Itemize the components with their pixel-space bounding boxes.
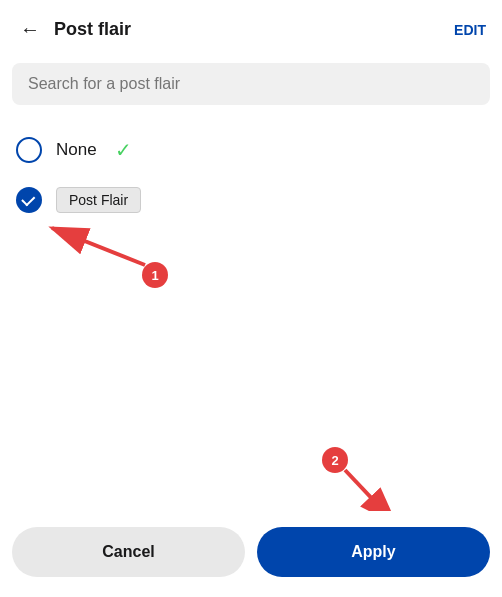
list-item[interactable]: Post Flair: [16, 175, 486, 225]
list-item[interactable]: None ✓: [16, 125, 486, 175]
back-arrow-icon: ←: [20, 18, 40, 41]
search-bar[interactable]: [12, 63, 490, 105]
flair-none-label: None: [56, 140, 97, 160]
footer-actions: Cancel Apply: [0, 511, 502, 597]
edit-button[interactable]: EDIT: [454, 22, 486, 38]
cancel-button[interactable]: Cancel: [12, 527, 245, 577]
flair-tag-label: Post Flair: [56, 187, 141, 213]
page-title: Post flair: [54, 19, 131, 40]
search-input[interactable]: [28, 75, 474, 93]
svg-point-6: [322, 447, 348, 473]
flair-list: None ✓ Post Flair: [0, 117, 502, 233]
radio-unchecked-none[interactable]: [16, 137, 42, 163]
header: ← Post flair EDIT: [0, 0, 502, 55]
svg-line-1: [52, 228, 145, 265]
svg-text:2: 2: [331, 453, 338, 468]
svg-text:1: 1: [151, 268, 158, 283]
apply-button[interactable]: Apply: [257, 527, 490, 577]
selected-checkmark-icon: ✓: [115, 138, 132, 162]
radio-checked-post-flair[interactable]: [16, 187, 42, 213]
header-left: ← Post flair: [16, 14, 131, 45]
back-button[interactable]: ←: [16, 14, 44, 45]
svg-point-2: [142, 262, 168, 288]
